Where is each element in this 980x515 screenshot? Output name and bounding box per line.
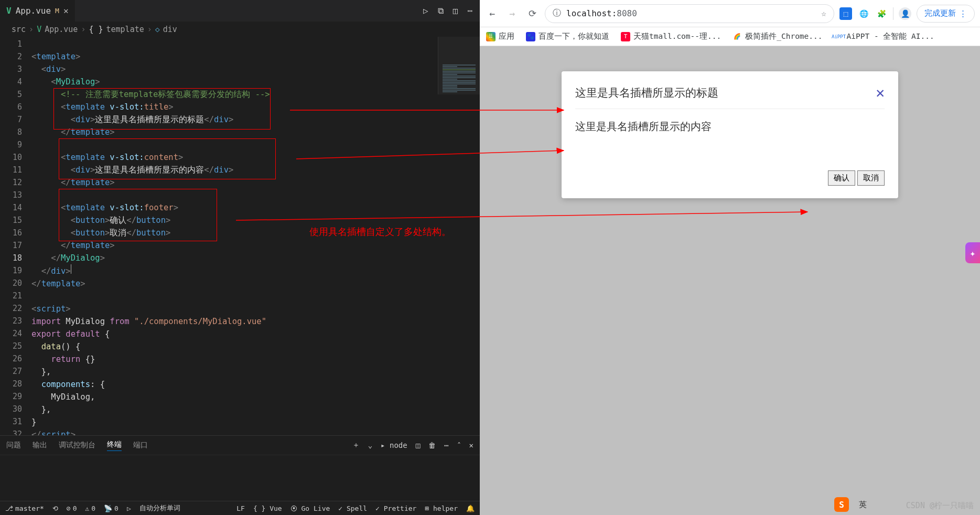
page-content: 这里是具名插槽所显示的标题 ✕ 这里是具名插槽所显示的内容 确认 取消 ✦ — [480, 46, 980, 515]
split-terminal-icon[interactable]: ◫ — [416, 441, 420, 449]
helper-status[interactable]: ⊞ helper — [425, 505, 458, 512]
browser-toolbar: ← → ⟳ ⓘ localhost:8080 ☆ ⬚ 🌐 🧩 👤 完成更新⋮ — [480, 0, 980, 27]
breadcrumb[interactable]: src › V App.vue › { } template › ◇ div — [0, 22, 480, 37]
warnings-count[interactable]: ⚠ 0 — [85, 505, 95, 512]
extension-icon-1[interactable]: ⬚ — [839, 7, 852, 20]
tab-modified-indicator: M — [55, 7, 59, 15]
vue-file-icon: V — [6, 6, 12, 16]
terminal-panel-tabs: 问题 输出 调试控制台 终端 端口 ＋ ⌄ ▸ node ◫ 🗑 ⋯ ˄ ✕ — [0, 435, 480, 455]
annotation-text: 使用具名插槽自定义了多处结构。 — [309, 226, 451, 238]
vue-file-icon: V — [37, 25, 41, 34]
run-icon[interactable]: ▷ — [423, 6, 428, 16]
bookmark-aippt[interactable]: AiPPTAiPPT - 全智能 AI... — [834, 31, 934, 41]
bookmark-baidu[interactable]: 🐾百度一下，你就知道 — [526, 31, 609, 41]
extensions-menu-icon[interactable]: 🧩 — [875, 7, 888, 20]
minimap[interactable] — [438, 37, 480, 94]
address-bar[interactable]: ⓘ localhost:8080 ☆ — [545, 4, 834, 23]
csdn-watermark: CSDN @柠一只喵喵 — [906, 501, 974, 511]
sogou-ime-icon[interactable]: S — [834, 497, 849, 512]
tab-filename: App.vue — [16, 6, 51, 16]
url-text: localhost:8080 — [566, 8, 637, 18]
tab-close-icon[interactable]: ✕ — [63, 6, 69, 16]
more-actions-icon[interactable]: ⋯ — [467, 6, 472, 16]
extension-icon-2[interactable]: 🌐 — [857, 7, 870, 20]
terminal-dropdown-icon[interactable]: ⌄ — [368, 441, 372, 449]
tag-icon: ◇ — [155, 25, 160, 34]
split-compare-icon[interactable]: ⧉ — [438, 6, 444, 16]
notifications-icon[interactable]: 🔔 — [466, 505, 475, 512]
dialog-header: 这里是具名插槽所显示的标题 ✕ — [575, 84, 885, 109]
crumb-src[interactable]: src — [12, 25, 26, 34]
panel-tab-problems[interactable]: 问题 — [6, 441, 21, 450]
forward-button[interactable]: → — [505, 6, 520, 21]
dialog-title: 这里是具名插槽所显示的标题 — [575, 85, 718, 100]
crumb-div[interactable]: div — [163, 25, 177, 34]
terminal-body[interactable] — [0, 455, 480, 501]
editor-tab-appvue[interactable]: V App.vue M ✕ — [0, 0, 75, 22]
cancel-button[interactable]: 取消 — [857, 170, 885, 186]
statusbar: ⎇ master* ⟲ ⊘ 0 ⚠ 0 📡 0 ▷ 自动分析单词 LF { } … — [0, 501, 480, 515]
line-gutter: 1234567891011121314151617181920212223242… — [0, 37, 31, 435]
dialog-footer: 确认 取消 — [575, 170, 885, 186]
dialog-content: 这里是具名插槽所显示的内容 — [575, 109, 885, 170]
ai-assistant-badge[interactable]: ✦ — [965, 242, 980, 263]
my-dialog: 这里是具名插槽所显示的标题 ✕ 这里是具名插槽所显示的内容 确认 取消 — [562, 71, 898, 198]
back-button[interactable]: ← — [485, 6, 500, 21]
bookmarks-bar: ⠿应用 🐾百度一下，你就知道 T天猫tmall.com--理... 🌈极简插件_… — [480, 27, 980, 46]
prettier-status[interactable]: ✓ Prettier — [375, 505, 416, 512]
errors-count[interactable]: ⊘ 0 — [67, 505, 77, 512]
terminal-shell-label[interactable]: ▸ node — [381, 441, 407, 449]
confirm-button[interactable]: 确认 — [828, 170, 855, 186]
bookmark-plugin[interactable]: 🌈极简插件_Chrome... — [733, 31, 822, 41]
debug-icon[interactable]: ▷ — [127, 505, 131, 512]
apps-shortcut[interactable]: ⠿应用 — [486, 31, 514, 41]
extensions-area: ⬚ 🌐 🧩 👤 — [839, 7, 911, 20]
new-terminal-icon[interactable]: ＋ — [352, 441, 360, 450]
bookmark-tmall[interactable]: T天猫tmall.com--理... — [621, 31, 721, 41]
ports-count[interactable]: 📡 0 — [104, 505, 119, 512]
trash-icon[interactable]: 🗑 — [428, 441, 436, 449]
reload-button[interactable]: ⟳ — [525, 6, 540, 21]
editor-tabbar: V App.vue M ✕ ▷ ⧉ ◫ ⋯ — [0, 0, 480, 22]
chevron-right-icon: › — [147, 25, 152, 34]
chevron-right-icon: › — [29, 25, 34, 34]
code-editor[interactable]: 1234567891011121314151617181920212223242… — [0, 37, 480, 435]
git-branch[interactable]: ⎇ master* — [5, 505, 44, 512]
more-icon[interactable]: ⋯ — [444, 441, 448, 449]
crumb-file[interactable]: App.vue — [45, 25, 78, 34]
eol-indicator[interactable]: LF — [236, 505, 245, 512]
panel-tab-debug[interactable]: 调试控制台 — [59, 441, 95, 450]
code-content[interactable]: <template> <div> <MyDialog> <!-- 注意需要tem… — [31, 37, 480, 435]
crumb-template[interactable]: template — [106, 25, 144, 34]
panel-tab-terminal[interactable]: 终端 — [107, 440, 122, 451]
braces-icon: { } — [89, 25, 103, 34]
maximize-panel-icon[interactable]: ˄ — [457, 441, 461, 449]
sync-icon[interactable]: ⟲ — [52, 505, 58, 512]
auto-analyze[interactable]: 自动分析单词 — [139, 503, 180, 513]
chevron-right-icon: › — [81, 25, 85, 34]
close-panel-icon[interactable]: ✕ — [469, 441, 473, 449]
language-mode[interactable]: { } Vue — [253, 505, 282, 512]
site-info-icon[interactable]: ⓘ — [553, 8, 561, 19]
vscode-editor: V App.vue M ✕ ▷ ⧉ ◫ ⋯ src › V App.vue › … — [0, 0, 480, 515]
panel-tab-ports[interactable]: 端口 — [133, 441, 148, 450]
ime-indicator[interactable]: 英 — [859, 500, 867, 510]
update-button[interactable]: 完成更新⋮ — [917, 5, 975, 23]
chrome-browser: ← → ⟳ ⓘ localhost:8080 ☆ ⬚ 🌐 🧩 👤 完成更新⋮ ⠿… — [480, 0, 980, 515]
profile-avatar-icon[interactable]: 👤 — [899, 7, 911, 20]
editor-actions: ▷ ⧉ ◫ ⋯ — [423, 6, 480, 16]
split-editor-icon[interactable]: ◫ — [453, 6, 458, 16]
close-icon[interactable]: ✕ — [876, 84, 885, 101]
menu-dots-icon: ⋮ — [959, 9, 967, 18]
panel-tab-output[interactable]: 输出 — [33, 441, 47, 450]
spell-check[interactable]: ✓ Spell — [338, 505, 367, 512]
go-live[interactable]: ⦿ Go Live — [290, 505, 330, 512]
bookmark-star-icon[interactable]: ☆ — [821, 8, 826, 18]
